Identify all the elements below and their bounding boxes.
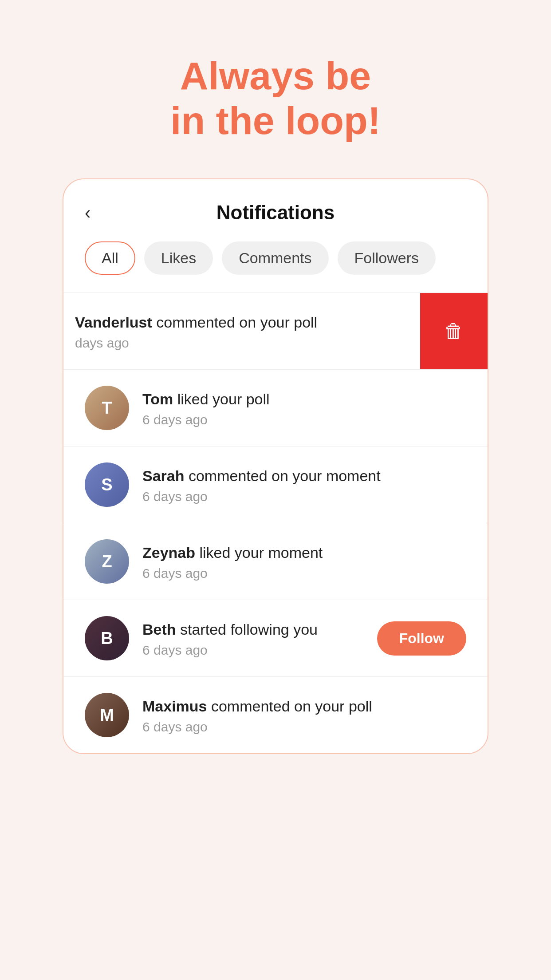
notification-row-vanderlust: VVanderlust commented on your polldays a… bbox=[63, 292, 488, 369]
notif-main-maximus: Maximus commented on your poll bbox=[142, 696, 466, 717]
notif-time-maximus: 6 days ago bbox=[142, 719, 466, 735]
avatar-zeynab: Z bbox=[85, 539, 129, 584]
notif-time-tom: 6 days ago bbox=[142, 412, 466, 427]
notif-main-beth: Beth started following you bbox=[142, 619, 368, 640]
notification-row-tom: TTom liked your poll6 days ago bbox=[63, 369, 488, 446]
avatar-tom: T bbox=[85, 386, 129, 430]
notif-time-beth: 6 days ago bbox=[142, 643, 368, 658]
notifications-list: VVanderlust commented on your polldays a… bbox=[63, 292, 488, 753]
avatar-maximus: M bbox=[85, 693, 129, 737]
notification-row-beth: BBeth started following you6 days agoFol… bbox=[63, 600, 488, 676]
notification-inner-zeynab: ZZeynab liked your moment6 days ago bbox=[85, 539, 466, 584]
follow-button-beth[interactable]: Follow bbox=[377, 621, 466, 656]
filter-tab-all[interactable]: All bbox=[85, 241, 135, 275]
hero-title: Always be in the loop! bbox=[170, 53, 381, 143]
notif-text-zeynab: Zeynab liked your moment6 days ago bbox=[142, 542, 466, 581]
filter-tab-followers[interactable]: Followers bbox=[338, 241, 436, 275]
notification-inner-vanderlust: VVanderlust commented on your polldays a… bbox=[63, 309, 399, 353]
notif-text-maximus: Maximus commented on your poll6 days ago bbox=[142, 696, 466, 735]
notif-text-tom: Tom liked your poll6 days ago bbox=[142, 389, 466, 428]
notif-text-beth: Beth started following you6 days ago bbox=[142, 619, 368, 658]
notif-main-sarah: Sarah commented on your moment bbox=[142, 466, 466, 487]
notif-main-zeynab: Zeynab liked your moment bbox=[142, 542, 466, 564]
notification-row-zeynab: ZZeynab liked your moment6 days ago bbox=[63, 523, 488, 600]
notifications-card: ‹ Notifications AllLikesCommentsFollower… bbox=[63, 178, 488, 754]
notif-time-sarah: 6 days ago bbox=[142, 489, 466, 504]
back-button[interactable]: ‹ bbox=[85, 203, 91, 223]
notification-row-maximus: MMaximus commented on your poll6 days ag… bbox=[63, 676, 488, 753]
notification-inner-maximus: MMaximus commented on your poll6 days ag… bbox=[85, 693, 466, 737]
notification-inner-tom: TTom liked your poll6 days ago bbox=[85, 386, 466, 430]
notif-time-vanderlust: days ago bbox=[75, 336, 399, 351]
trash-icon: 🗑 bbox=[444, 320, 464, 342]
delete-button-vanderlust[interactable]: 🗑 bbox=[420, 293, 488, 369]
notif-text-sarah: Sarah commented on your moment6 days ago bbox=[142, 466, 466, 505]
avatar-beth: B bbox=[85, 616, 129, 660]
filter-tab-likes[interactable]: Likes bbox=[144, 241, 213, 275]
filter-tab-comments[interactable]: Comments bbox=[222, 241, 328, 275]
notification-row-sarah: SSarah commented on your moment6 days ag… bbox=[63, 446, 488, 523]
page-title: Notifications bbox=[216, 202, 335, 224]
card-header: ‹ Notifications bbox=[63, 179, 488, 237]
notif-main-vanderlust: Vanderlust commented on your poll bbox=[75, 312, 399, 333]
notif-main-tom: Tom liked your poll bbox=[142, 389, 466, 410]
filter-tabs: AllLikesCommentsFollowers bbox=[63, 237, 488, 292]
notif-time-zeynab: 6 days ago bbox=[142, 566, 466, 581]
notification-inner-beth: BBeth started following you6 days ago bbox=[85, 616, 368, 660]
avatar-sarah: S bbox=[85, 462, 129, 507]
notif-text-vanderlust: Vanderlust commented on your polldays ag… bbox=[75, 312, 399, 351]
notification-inner-sarah: SSarah commented on your moment6 days ag… bbox=[85, 462, 466, 507]
